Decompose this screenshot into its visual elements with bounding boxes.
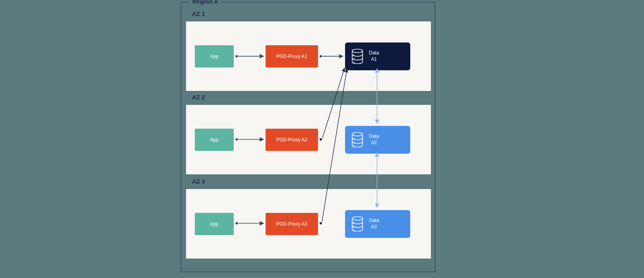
- svg-point-5: [353, 138, 354, 139]
- svg-point-4: [352, 133, 363, 136]
- az-label: AZ 3: [192, 178, 205, 185]
- proxy-node: PGD-Proxy A1: [266, 45, 318, 68]
- svg-point-7: [353, 145, 354, 146]
- availability-zone-1: AZ 1 App PGD-Proxy A1 DataA1: [186, 21, 431, 91]
- availability-zone-2: AZ 2 App PGD-Proxy A2 DataA2: [186, 105, 431, 174]
- svg-point-11: [353, 230, 354, 230]
- svg-point-10: [353, 226, 354, 227]
- svg-point-0: [352, 49, 363, 53]
- svg-point-9: [353, 222, 354, 223]
- data-node-primary: DataA1: [345, 42, 410, 70]
- svg-point-3: [353, 62, 354, 63]
- database-icon: [351, 132, 363, 147]
- data-node-replica: DataA2: [345, 126, 410, 154]
- database-icon: [351, 216, 363, 232]
- svg-point-2: [353, 58, 354, 59]
- app-node: App: [195, 213, 234, 235]
- database-icon: [351, 49, 363, 64]
- data-label: DataA3: [369, 218, 379, 230]
- az-label: AZ 2: [192, 94, 205, 100]
- region-label: Region A: [189, 0, 221, 5]
- az-label: AZ 1: [192, 10, 205, 17]
- svg-point-1: [353, 54, 354, 55]
- app-node: App: [195, 129, 234, 151]
- app-node: App: [195, 45, 234, 68]
- region-container: Region A AZ 1 App PGD-Proxy A1 DataA1 AZ…: [181, 2, 435, 272]
- svg-point-6: [353, 142, 354, 143]
- data-label: DataA1: [369, 50, 379, 62]
- data-node-replica: DataA3: [345, 210, 410, 238]
- availability-zone-3: AZ 3 App PGD-Proxy A3 DataA3: [186, 189, 431, 259]
- data-label: DataA2: [369, 133, 379, 146]
- svg-point-8: [352, 217, 363, 220]
- proxy-node: PGD-Proxy A3: [266, 213, 318, 235]
- proxy-node: PGD-Proxy A2: [266, 129, 318, 151]
